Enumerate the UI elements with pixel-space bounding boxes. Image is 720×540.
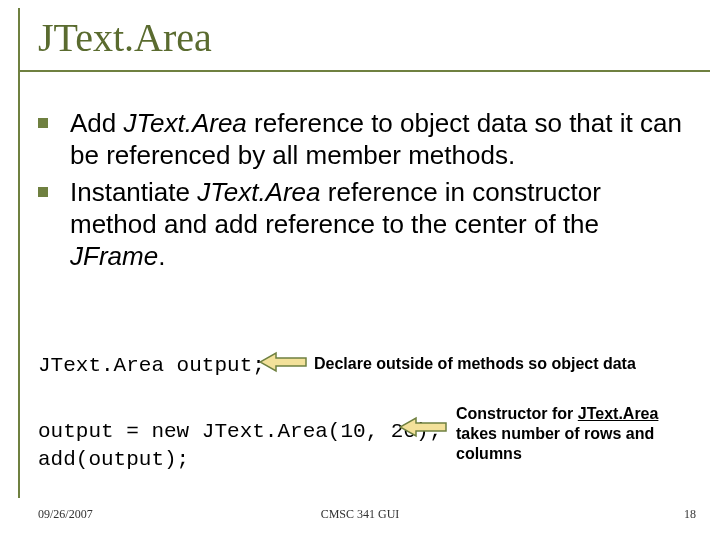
arrow-left-icon [260,349,310,375]
bullet-text: Add JText.Area reference to object data … [70,108,688,171]
bullet-item: Add JText.Area reference to object data … [38,108,688,171]
slide-title: JText.Area [38,14,212,61]
footer-center: CMSC 341 GUI [0,507,720,522]
bullet-text: Instantiate JText.Area reference in cons… [70,177,688,272]
bullet-icon [38,118,48,128]
title-underline-rule [20,70,710,72]
slide: JText.Area Add JText.Area reference to o… [0,0,720,540]
svg-marker-0 [260,353,306,371]
left-margin-rule [18,8,20,498]
bullet-icon [38,187,48,197]
code-line-declare: JText.Area output; [38,352,265,380]
bullet-list: Add JText.Area reference to object data … [38,108,688,279]
bullet-item: Instantiate JText.Area reference in cons… [38,177,688,272]
svg-marker-1 [400,418,446,436]
annotation-declare: Declare outside of methods so object dat… [314,354,714,374]
arrow-left-icon [400,414,450,440]
annotation-constructor: Constructor for JText.Area takes number … [456,404,702,464]
code-block-constructor: output = new JText.Area(10, 20); add(out… [38,418,441,475]
footer-page-number: 18 [684,507,696,522]
code-line: output = new JText.Area(10, 20); [38,418,441,446]
code-line: add(output); [38,446,441,474]
